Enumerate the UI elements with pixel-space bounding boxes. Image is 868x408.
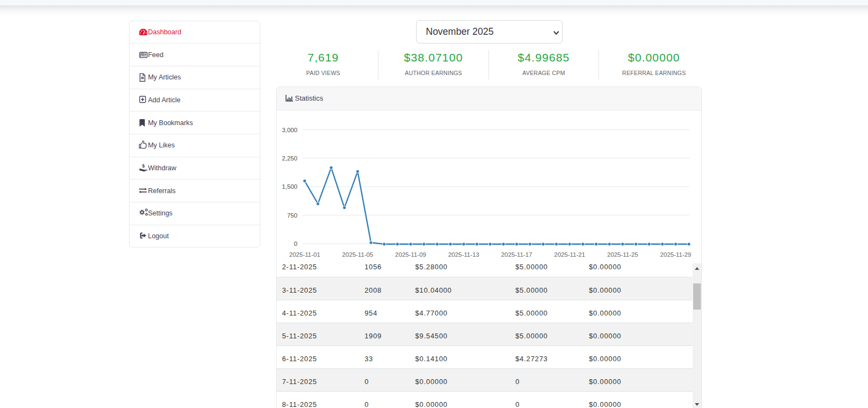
svg-text:2025-11-05: 2025-11-05 (342, 251, 373, 258)
svg-text:3,000: 3,000 (282, 127, 297, 133)
svg-text:2025-11-29: 2025-11-29 (660, 251, 691, 258)
svg-text:2025-11-09: 2025-11-09 (395, 251, 426, 258)
svg-text:2,250: 2,250 (282, 155, 297, 162)
svg-text:$: $ (142, 163, 145, 169)
svg-text:750: 750 (287, 212, 297, 219)
svg-text:2025-11-13: 2025-11-13 (448, 251, 479, 258)
svg-text:2025-11-01: 2025-11-01 (289, 251, 320, 258)
svg-text:2025-11-21: 2025-11-21 (554, 251, 585, 258)
svg-text:2025-11-25: 2025-11-25 (607, 251, 638, 258)
svg-text:1,500: 1,500 (282, 183, 297, 190)
svg-text:0: 0 (294, 240, 297, 247)
svg-text:2025-11-17: 2025-11-17 (501, 251, 532, 258)
